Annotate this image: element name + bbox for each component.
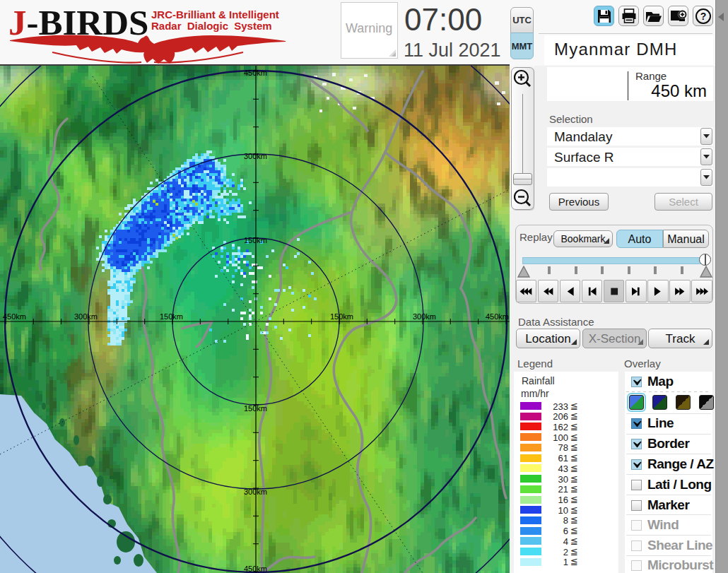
svg-text:450km: 450km: [244, 69, 267, 77]
svg-text:150km: 150km: [330, 312, 353, 321]
svg-text:150km: 150km: [160, 312, 183, 321]
svg-text:450km: 450km: [244, 565, 267, 573]
svg-text:450km: 450km: [486, 312, 509, 321]
svg-text:300km: 300km: [74, 312, 98, 321]
svg-text:150km: 150km: [244, 404, 267, 413]
svg-text:300km: 300km: [413, 312, 436, 321]
svg-text:?: ?: [700, 11, 706, 22]
svg-text:300km: 300km: [244, 152, 267, 160]
svg-text:450km: 450km: [3, 312, 26, 321]
svg-text:300km: 300km: [244, 488, 267, 496]
svg-text:150km: 150km: [244, 236, 267, 244]
